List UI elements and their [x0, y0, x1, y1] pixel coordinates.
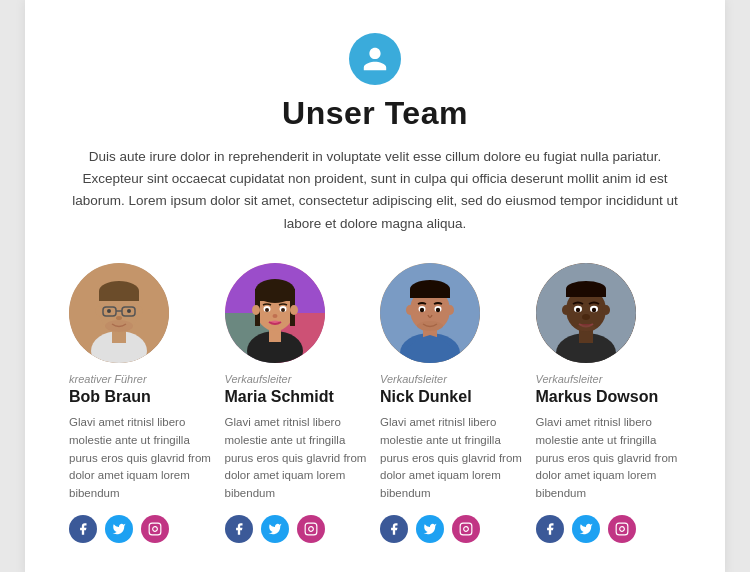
svg-point-48 — [417, 321, 443, 331]
member-role-nick: Verkaufsleiter — [380, 373, 447, 385]
team-member-nick: Verkaufsleiter Nick Dunkel Glavi amet ri… — [380, 263, 526, 543]
svg-point-13 — [116, 316, 122, 320]
social-links-markus — [536, 515, 636, 543]
member-name-maria: Maria Schmidt — [225, 388, 334, 406]
person-icon — [349, 33, 401, 85]
member-name-bob: Bob Braun — [69, 388, 151, 406]
member-name-markus: Markus Dowson — [536, 388, 659, 406]
svg-rect-49 — [460, 523, 472, 535]
instagram-button-bob[interactable] — [141, 515, 169, 543]
svg-point-14 — [105, 320, 133, 332]
member-bio-maria: Glavi amet ritnisl libero molestie ante … — [225, 414, 371, 503]
svg-point-42 — [406, 305, 414, 315]
member-photo-bob — [69, 263, 169, 363]
svg-point-32 — [281, 308, 285, 312]
svg-point-57 — [562, 305, 570, 315]
svg-point-7 — [135, 306, 143, 316]
svg-point-62 — [591, 308, 595, 312]
facebook-button-maria[interactable] — [225, 515, 253, 543]
svg-rect-15 — [149, 523, 161, 535]
instagram-button-nick[interactable] — [452, 515, 480, 543]
social-links-bob — [69, 515, 169, 543]
svg-point-30 — [265, 308, 269, 312]
svg-point-27 — [252, 305, 260, 315]
svg-point-28 — [290, 305, 298, 315]
svg-point-43 — [446, 305, 454, 315]
svg-rect-56 — [566, 289, 606, 297]
svg-point-64 — [576, 325, 596, 331]
team-member-maria: Verkaufsleiter Maria Schmidt Glavi amet … — [225, 263, 371, 543]
page-title: Unser Team — [69, 95, 681, 132]
svg-point-63 — [582, 314, 590, 320]
team-card: Unser Team Duis aute irure dolor in repr… — [25, 0, 725, 572]
svg-point-47 — [436, 308, 440, 312]
twitter-button-markus[interactable] — [572, 515, 600, 543]
page-description: Duis aute irure dolor in reprehenderit i… — [69, 146, 681, 235]
member-photo-maria — [225, 263, 325, 363]
member-role-bob: kreativer Führer — [69, 373, 147, 385]
team-member-bob: kreativer Führer Bob Braun Glavi amet ri… — [69, 263, 215, 543]
svg-point-58 — [602, 305, 610, 315]
member-bio-nick: Glavi amet ritnisl libero molestie ante … — [380, 414, 526, 503]
team-member-markus: Verkaufsleiter Markus Dowson Glavi amet … — [536, 263, 682, 543]
svg-point-6 — [95, 306, 103, 316]
svg-point-11 — [107, 309, 111, 313]
svg-rect-5 — [99, 291, 139, 301]
twitter-button-maria[interactable] — [261, 515, 289, 543]
twitter-button-nick[interactable] — [416, 515, 444, 543]
svg-point-12 — [127, 309, 131, 313]
member-name-nick: Nick Dunkel — [380, 388, 472, 406]
facebook-button-nick[interactable] — [380, 515, 408, 543]
member-role-markus: Verkaufsleiter — [536, 373, 603, 385]
instagram-button-maria[interactable] — [297, 515, 325, 543]
svg-rect-26 — [255, 289, 295, 301]
member-photo-markus — [536, 263, 636, 363]
team-grid: kreativer Führer Bob Braun Glavi amet ri… — [69, 263, 681, 543]
social-links-nick — [380, 515, 480, 543]
svg-rect-65 — [616, 523, 628, 535]
svg-point-60 — [575, 308, 579, 312]
facebook-button-markus[interactable] — [536, 515, 564, 543]
member-bio-markus: Glavi amet ritnisl libero molestie ante … — [536, 414, 682, 503]
svg-rect-41 — [410, 289, 450, 298]
social-links-maria — [225, 515, 325, 543]
svg-rect-34 — [305, 523, 317, 535]
card-header: Unser Team Duis aute irure dolor in repr… — [69, 33, 681, 235]
svg-point-33 — [272, 314, 277, 318]
member-role-maria: Verkaufsleiter — [225, 373, 292, 385]
svg-point-45 — [420, 308, 424, 312]
facebook-button-bob[interactable] — [69, 515, 97, 543]
member-bio-bob: Glavi amet ritnisl libero molestie ante … — [69, 414, 215, 503]
twitter-button-bob[interactable] — [105, 515, 133, 543]
instagram-button-markus[interactable] — [608, 515, 636, 543]
member-photo-nick — [380, 263, 480, 363]
